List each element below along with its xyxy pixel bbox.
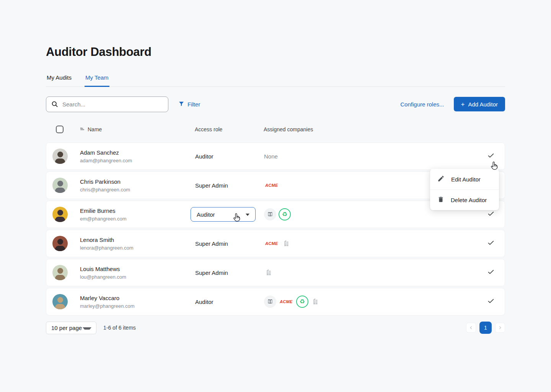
next-page-button[interactable] xyxy=(495,323,505,333)
building-company-icon xyxy=(311,296,320,307)
companies-none: None xyxy=(264,153,477,160)
avatar xyxy=(52,178,68,193)
per-page-select[interactable]: 10 per page xyxy=(46,322,96,334)
role-select-value: Auditor xyxy=(191,211,215,218)
table-row[interactable]: Lenora Smith lenora@phangreen.com Super … xyxy=(46,230,505,257)
add-auditor-label: Add Auditor xyxy=(468,101,498,108)
acme-logo: ACME xyxy=(279,299,294,304)
person-email: lenora@phangreen.com xyxy=(80,245,195,251)
filter-label: Filter xyxy=(187,101,200,108)
book-company-icon xyxy=(264,208,276,220)
confirm-check-icon[interactable] xyxy=(487,268,495,278)
pencil-icon xyxy=(437,175,445,183)
person-name: Emilie Burnes xyxy=(80,207,195,214)
filter-button[interactable]: Filter xyxy=(178,101,200,108)
person-email: chris@phangreen.com xyxy=(80,187,195,193)
edit-auditor-menu-item[interactable]: Edit Auditor xyxy=(430,169,499,189)
person-name: Lenora Smith xyxy=(80,237,195,243)
person-email: lou@phangreen.com xyxy=(80,274,195,280)
prev-page-button[interactable] xyxy=(466,323,476,333)
confirm-check-icon[interactable] xyxy=(487,151,495,161)
per-page-value: 10 per page xyxy=(46,325,82,331)
access-role-value: Super Admin xyxy=(195,240,264,247)
acme-logo: ACME xyxy=(264,183,279,188)
table-row[interactable]: Marley Vaccaro marley@phangreen.com Audi… xyxy=(46,288,505,315)
chevron-down-icon xyxy=(83,327,91,330)
access-role-value: Super Admin xyxy=(195,182,264,189)
filter-funnel-icon xyxy=(178,101,184,108)
confirm-check-icon[interactable] xyxy=(487,297,495,307)
access-role-value: Auditor xyxy=(195,299,264,305)
acme-logo: ACME xyxy=(264,241,279,246)
person-name: Louis Matthews xyxy=(80,266,195,272)
avatar xyxy=(52,207,68,222)
person-email: em@phangreen.com xyxy=(80,216,195,222)
delete-auditor-label: Delete Auditor xyxy=(451,197,487,203)
access-role-value: Super Admin xyxy=(195,270,264,276)
header-name[interactable]: Name xyxy=(88,126,102,132)
confirm-check-icon[interactable] xyxy=(487,238,495,248)
person-email: marley@phangreen.com xyxy=(80,303,195,309)
person-name: Adam Sanchez xyxy=(80,149,195,156)
avatar xyxy=(52,294,68,309)
page-1-button[interactable]: 1 xyxy=(479,322,492,334)
header-access-role: Access role xyxy=(195,126,264,132)
avatar xyxy=(52,236,68,251)
sort-icon[interactable] xyxy=(80,126,85,133)
book-company-icon xyxy=(264,296,276,308)
person-name: Chris Parkinson xyxy=(80,178,195,185)
building-company-icon xyxy=(282,238,291,249)
items-summary: 1-6 of 6 items xyxy=(103,325,136,331)
edit-auditor-label: Edit Auditor xyxy=(451,176,481,183)
table-row[interactable]: Louis Matthews lou@phangreen.com Super A… xyxy=(46,259,505,286)
configure-roles-link[interactable]: Configure roles... xyxy=(400,101,444,108)
auditor-list: Adam Sanchez adam@phangreen.com Auditor … xyxy=(46,142,505,315)
chevron-down-icon xyxy=(246,214,249,216)
role-select[interactable]: Auditor xyxy=(191,207,256,222)
recycle-company-icon: ♻ xyxy=(279,208,291,220)
pagination-bar: 10 per page 1-6 of 6 items 1 xyxy=(46,322,505,334)
pager: 1 xyxy=(466,322,505,334)
building-company-icon xyxy=(264,267,273,278)
person-email: adam@phangreen.com xyxy=(80,158,195,163)
person-name: Marley Vaccaro xyxy=(80,295,195,301)
table-row[interactable]: Adam Sanchez adam@phangreen.com Auditor … xyxy=(46,142,505,170)
tab-my-audits[interactable]: My Audits xyxy=(46,72,72,87)
avatar xyxy=(52,265,68,280)
search-input[interactable] xyxy=(46,96,168,112)
plus-icon: + xyxy=(461,101,465,108)
add-auditor-button[interactable]: + Add Auditor xyxy=(454,97,505,111)
confirm-check-icon[interactable] xyxy=(487,209,495,219)
page-title: Auditor Dashboard xyxy=(46,45,505,59)
select-all-checkbox[interactable] xyxy=(56,126,64,133)
tab-my-team[interactable]: My Team xyxy=(85,72,109,87)
recycle-company-icon: ♻ xyxy=(296,296,308,308)
delete-auditor-menu-item[interactable]: Delete Auditor xyxy=(430,189,499,210)
tab-bar: My Audits My Team xyxy=(46,72,505,87)
access-role-value: Auditor xyxy=(195,153,264,160)
search-box xyxy=(46,96,168,112)
avatar xyxy=(52,149,68,164)
table-header: Name Access role Assigned companies xyxy=(46,122,505,136)
row-context-menu: Edit Auditor Delete Auditor xyxy=(430,169,499,210)
toolbar: Filter Configure roles... + Add Auditor xyxy=(46,96,505,112)
trash-icon xyxy=(437,196,444,204)
search-icon xyxy=(51,100,59,109)
header-assigned-companies: Assigned companies xyxy=(264,126,478,132)
main-content: Auditor Dashboard My Audits My Team Filt… xyxy=(46,0,505,334)
